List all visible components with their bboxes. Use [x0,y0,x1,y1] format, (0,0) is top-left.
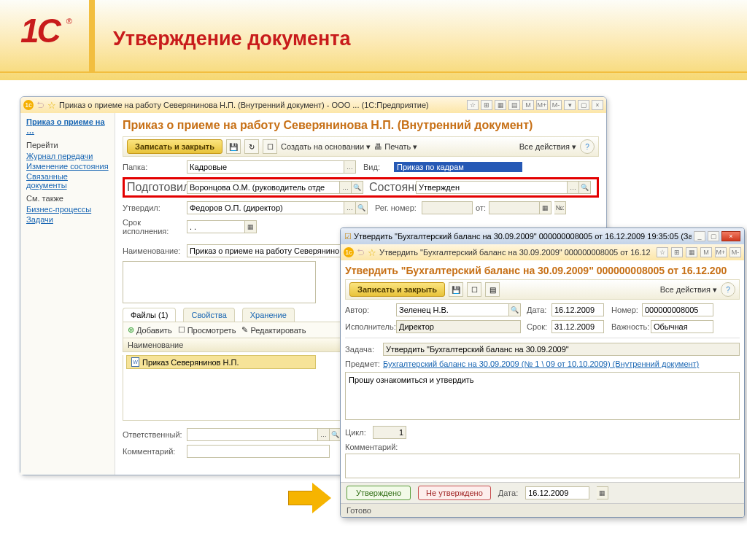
memory-mplus[interactable]: M+ [715,247,727,257]
importance-label: Важность: [611,322,651,331]
minimize-icon[interactable]: _ [694,231,705,241]
toolbar-btn[interactable]: ▦ [495,100,506,110]
help-icon[interactable]: ? [580,139,595,154]
close-icon[interactable]: × [721,231,740,241]
lookup-icon[interactable]: … [568,181,579,194]
folder-input[interactable]: Кадровые [187,160,344,174]
from-date-input[interactable] [489,201,540,214]
titlebar-1[interactable]: 1c ⮌ ☆ Приказ о приеме на работу Северян… [20,97,606,113]
task-title: Утвердить "Бухгалтерский баланс на 30.09… [345,265,740,276]
pencil-icon: ✎ [241,325,248,335]
tab-props[interactable]: Свойства [183,308,234,322]
edit-button[interactable]: ✎Редактировать [241,325,306,335]
comment2-textarea[interactable] [345,454,740,478]
prepared-input[interactable]: Воронцова О.М. (руководитель отде [187,181,340,194]
description-textarea[interactable] [123,261,316,303]
cycle-input[interactable]: 1 [373,426,406,439]
comment2-label: Комментарий: [345,443,400,451]
toolbar-btn[interactable]: ⊞ [671,247,683,257]
calendar-icon[interactable]: ▦ [597,486,608,499]
reject-button[interactable]: Не утверждено [418,486,491,500]
responsible-input[interactable] [187,428,318,441]
toolbar-btn[interactable]: ▦ [686,247,697,257]
help-icon[interactable]: ? [721,282,735,297]
author-input[interactable]: Зеленец Н.В. [396,303,509,316]
importance-input[interactable]: Обычная [651,320,713,333]
search-icon[interactable]: 🔍 [509,303,521,316]
date-input[interactable]: 16.12.2009 [551,303,604,316]
search-icon[interactable]: 🔍 [579,181,591,194]
minimize-icon[interactable]: ▾ [564,100,576,110]
chart-icon[interactable]: ▤ [485,282,500,297]
refresh-icon[interactable]: ↻ [244,139,259,154]
toolbar-btn[interactable]: ⊞ [481,100,492,110]
sidebar-active[interactable]: Приказ о приеме на … [26,117,109,135]
search-icon[interactable]: 🔍 [352,181,363,194]
memory-mminus[interactable]: M- [729,247,741,257]
memory-m[interactable]: M [700,247,712,257]
num-button[interactable]: №: [554,201,566,214]
memory-mminus[interactable]: M- [550,100,562,110]
back-icon[interactable]: ⮌ [357,248,365,257]
executor-input[interactable]: Директор [396,320,521,333]
add-button[interactable]: ⊕Добавить [128,325,172,335]
body-textarea[interactable]: Прошу ознакомиться и утвердить [345,372,740,420]
back-icon[interactable]: ⮌ [36,101,44,109]
number-input[interactable]: 000000008005 [642,303,713,316]
toolbar-btn[interactable]: ☆ [657,247,668,257]
save-close-button[interactable]: Записать и закрыть [349,282,445,297]
lookup-icon[interactable]: … [344,160,356,174]
view-button[interactable]: ☐Просмотреть [178,325,236,335]
highlighted-row: Подготовил: Воронцова О.М. (руководитель… [123,177,599,198]
maximize-icon[interactable]: ▢ [578,100,589,110]
sidebar-item-state[interactable]: Изменение состояния [26,162,109,171]
comment-input[interactable] [187,445,330,458]
type-value-selected[interactable]: Приказ по кадрам [394,162,522,172]
calendar-icon[interactable]: ▦ [540,201,551,214]
subject-link[interactable]: Бухгалтерский баланс на 30.09.2009 (№ 1 … [383,359,699,368]
calendar-icon[interactable]: ▦ [245,220,257,233]
calc-icon[interactable]: ▤ [508,100,520,110]
prepared-label: Подготовил: [127,181,187,194]
save-icon[interactable]: 💾 [226,139,241,154]
approve-button[interactable]: Утверждено [347,486,411,500]
maximize-icon[interactable]: ▢ [708,231,719,241]
close-icon[interactable]: × [592,100,603,110]
titlebar-2-inner[interactable]: 1c ⮌ ☆ Утвердить "Бухгалтерский баланс н… [341,244,744,260]
state-input[interactable]: Утвержден [416,181,568,194]
due-input[interactable]: . . [187,220,245,233]
sidebar-item-tasks[interactable]: Задачи [26,215,109,224]
titlebar-2-outer[interactable]: ☑ Утвердить "Бухгалтерский баланс на 30.… [341,228,744,244]
save-icon[interactable]: 💾 [449,282,463,297]
save-close-button[interactable]: Записать и закрыть [127,139,222,154]
memory-mplus[interactable]: M+ [536,100,548,110]
header-underline [0,71,747,73]
lookup-icon[interactable]: … [340,181,352,194]
search-icon[interactable]: 🔍 [356,201,368,214]
favorite-icon[interactable]: ☆ [47,100,56,111]
tab-storage[interactable]: Хранение [242,308,295,322]
due-input[interactable]: 31.12.2009 [551,320,604,333]
tab-files[interactable]: Файлы (1) [123,308,176,322]
file-item[interactable]: W Приказ Северянинов Н.П. [126,355,316,369]
lookup-icon[interactable]: … [344,201,356,214]
footer-date-input[interactable]: 16.12.2009 [525,486,589,499]
sidebar-item-journal[interactable]: Журнал передачи [26,152,109,160]
lookup-icon[interactable]: … [318,428,330,441]
create-based-link[interactable]: Создать на основании ▾ [281,142,371,152]
sidebar-item-related[interactable]: Связанные документы [26,172,109,190]
all-actions-link[interactable]: Все действия ▾ [519,142,576,152]
sidebar-item-processes[interactable]: Бизнес-процессы [26,205,109,214]
doc-icon[interactable]: ☐ [263,139,277,154]
executor-label: Исполнитель: [345,322,396,331]
task-input[interactable]: Утвердить "Бухгалтерский баланс на 30.09… [383,343,740,356]
print-link[interactable]: 🖶 Печать ▾ [374,142,417,152]
approved-input[interactable]: Федоров О.П. (директор) [187,201,344,214]
regnum-input[interactable] [422,201,473,214]
all-actions-link[interactable]: Все действия ▾ [660,285,717,295]
toolbar-btn[interactable]: ☆ [467,100,479,110]
misc-icon[interactable]: ☐ [467,282,481,297]
memory-m[interactable]: M [522,100,534,110]
favorite-icon[interactable]: ☆ [368,247,376,258]
regnum-label: Рег. номер: [375,203,422,212]
